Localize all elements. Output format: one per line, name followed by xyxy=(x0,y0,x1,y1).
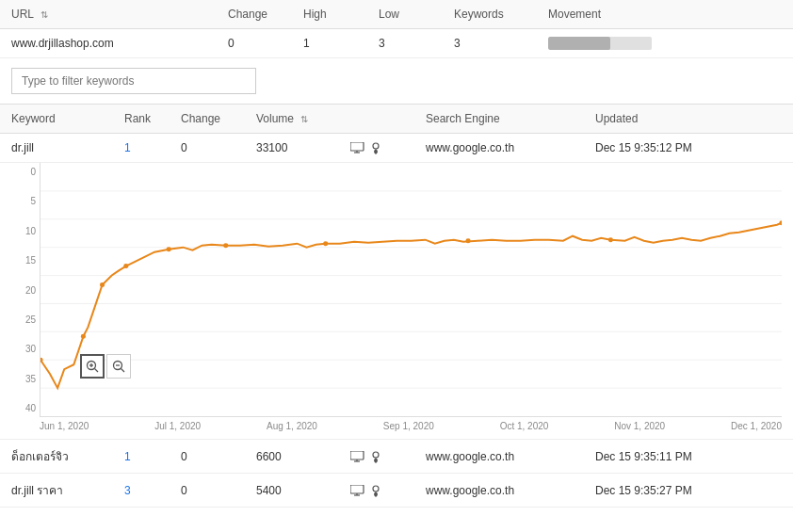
site-high: 1 xyxy=(303,37,379,50)
location-icon xyxy=(371,141,380,154)
svg-point-15 xyxy=(123,264,128,268)
change-col-header: Change xyxy=(228,8,303,21)
url-col-header: URL ⇅ xyxy=(11,8,228,21)
zoom-in-button[interactable] xyxy=(80,354,105,379)
kw-1-keyword: dr.jill xyxy=(11,141,124,154)
kw-3-devices xyxy=(350,484,426,497)
rank-col-header: Rank xyxy=(124,112,181,125)
high-col-header: High xyxy=(303,8,379,21)
zoom-out-icon xyxy=(112,360,125,373)
chart-area xyxy=(40,163,782,417)
svg-rect-29 xyxy=(350,451,364,459)
kw-2-updated: Dec 15 9:35:11 PM xyxy=(595,450,746,463)
volume-sort-icon[interactable]: ⇅ xyxy=(300,114,308,124)
volume-col-header: Volume ⇅ xyxy=(256,112,350,125)
x-label-nov: Nov 1, 2020 xyxy=(614,421,665,431)
site-keywords: 3 xyxy=(454,37,548,50)
kw-1-change: 0 xyxy=(181,141,256,154)
y-label-25: 25 xyxy=(11,314,40,325)
url-sort-icon[interactable]: ⇅ xyxy=(40,9,48,20)
keyword-row-3: dr.jill ราคา 3 0 5400 www.google.co.th D… xyxy=(0,474,793,508)
y-label-15: 15 xyxy=(11,255,40,266)
desktop-icon-2 xyxy=(350,451,365,462)
x-label-jul: Jul 1, 2020 xyxy=(154,421,201,431)
movement-bar-container xyxy=(548,37,652,50)
y-label-30: 30 xyxy=(11,344,40,354)
y-axis: 0 5 10 15 20 25 30 35 40 xyxy=(11,163,40,417)
movement-bar xyxy=(548,37,610,50)
kw-2-devices xyxy=(350,450,426,463)
movement-bar-cell xyxy=(548,37,699,50)
svg-point-14 xyxy=(100,282,105,287)
zoom-in-icon xyxy=(86,360,99,373)
y-label-40: 40 xyxy=(11,403,40,413)
keyword-row-1: dr.jill 1 0 33100 www.google.co.th Dec 1… xyxy=(0,134,793,163)
kw-3-rank: 3 xyxy=(124,484,181,497)
keyword-filter-input[interactable] xyxy=(11,68,256,94)
kw-2-engine: www.google.co.th xyxy=(426,450,595,463)
y-label-5: 5 xyxy=(11,196,40,206)
svg-point-36 xyxy=(373,486,379,492)
chart-svg xyxy=(40,163,782,416)
kw-3-updated: Dec 15 9:35:27 PM xyxy=(595,484,746,497)
site-table-header: URL ⇅ Change High Low Keywords Movement xyxy=(0,0,793,29)
x-label-dec: Dec 1, 2020 xyxy=(731,421,782,431)
desktop-icon xyxy=(350,142,365,153)
site-url: www.drjillashop.com xyxy=(11,37,228,50)
keywords-col-header: Keywords xyxy=(454,8,548,21)
search-engine-col-header: Search Engine xyxy=(426,112,595,125)
svg-point-13 xyxy=(81,334,86,339)
svg-point-18 xyxy=(323,241,328,246)
kw-1-updated: Dec 15 9:35:12 PM xyxy=(595,141,746,154)
chart-container: 0 5 10 15 20 25 30 35 40 xyxy=(0,163,793,440)
kw-3-keyword: dr.jill ราคา xyxy=(11,481,124,499)
y-label-10: 10 xyxy=(11,226,40,236)
kw-change-col-header: Change xyxy=(181,112,256,125)
x-label-sep: Sep 1, 2020 xyxy=(383,421,434,431)
x-axis: Jun 1, 2020 Jul 1, 2020 Aug 1, 2020 Sep … xyxy=(40,417,782,439)
kw-3-engine: www.google.co.th xyxy=(426,484,595,497)
svg-point-19 xyxy=(466,238,471,243)
svg-line-27 xyxy=(121,369,125,373)
x-label-oct: Oct 1, 2020 xyxy=(500,421,549,431)
kw-3-change: 0 xyxy=(181,484,256,497)
kw-1-volume: 33100 xyxy=(256,141,350,154)
low-col-header: Low xyxy=(379,8,454,21)
site-change: 0 xyxy=(228,37,303,50)
location-icon-3 xyxy=(371,484,380,497)
svg-point-3 xyxy=(373,143,379,149)
x-label-aug: Aug 1, 2020 xyxy=(267,421,317,431)
location-icon-2 xyxy=(371,450,380,463)
y-label-0: 0 xyxy=(11,167,40,177)
keyword-row-2: ด็อกเตอร์จิว 1 0 6600 www.google.co.th D… xyxy=(0,440,793,474)
updated-col-header: Updated xyxy=(595,112,746,125)
zoom-out-button[interactable] xyxy=(106,354,131,379)
svg-line-23 xyxy=(95,369,99,373)
svg-rect-33 xyxy=(350,485,364,493)
zoom-controls xyxy=(80,354,131,379)
movement-col-header: Movement xyxy=(548,8,699,21)
filter-row xyxy=(0,58,793,105)
spacer-col-header xyxy=(699,8,793,21)
kw-1-rank: 1 xyxy=(124,141,181,154)
svg-point-20 xyxy=(608,237,613,242)
kw-2-volume: 6600 xyxy=(256,450,350,463)
svg-point-17 xyxy=(223,243,228,248)
kw-col-header: Keyword xyxy=(11,112,124,125)
y-label-35: 35 xyxy=(11,374,40,384)
kw-2-rank: 1 xyxy=(124,450,181,463)
kw-2-keyword: ด็อกเตอร์จิว xyxy=(11,447,124,465)
kw-2-change: 0 xyxy=(181,450,256,463)
kw-1-devices xyxy=(350,141,426,154)
y-label-20: 20 xyxy=(11,285,40,296)
svg-point-32 xyxy=(373,452,379,458)
devices-col-header xyxy=(350,112,426,125)
kw-1-engine: www.google.co.th xyxy=(426,141,595,154)
x-label-jun: Jun 1, 2020 xyxy=(40,421,89,431)
site-low: 3 xyxy=(379,37,454,50)
keyword-table-header: Keyword Rank Change Volume ⇅ Search Engi… xyxy=(0,105,793,134)
kw-3-volume: 5400 xyxy=(256,484,350,497)
svg-rect-0 xyxy=(350,142,364,151)
site-data-row: www.drjillashop.com 0 1 3 3 xyxy=(0,29,793,58)
desktop-icon-3 xyxy=(350,485,365,496)
